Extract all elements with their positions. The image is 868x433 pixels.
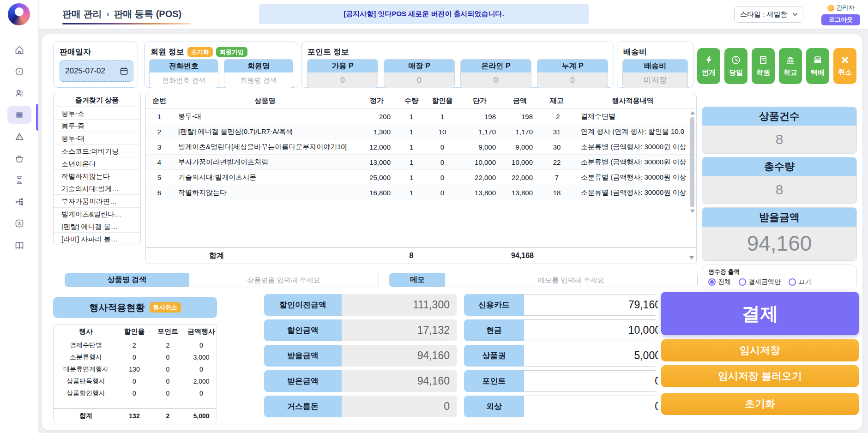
payment-input[interactable] (524, 345, 658, 367)
order-table-header: 순번상품명정가수량할인율단가금액재고행사적용내역 (146, 93, 696, 109)
pos-app: 판매 관리 › 판매 등록 (POS) [공지사항] 잇다POS 새로운 버전이… (0, 0, 868, 433)
favorite-item[interactable]: 봉투-중 (54, 120, 140, 132)
point-field-0: 가용 P0 (307, 59, 378, 88)
total-label: 합계 (182, 248, 251, 264)
style-select[interactable]: 스타일 : 세밀함 (734, 6, 803, 23)
favorite-item[interactable]: 부자가꿈이라면… (54, 195, 140, 207)
favorite-item[interactable]: [라미] 사파리 볼… (54, 233, 140, 245)
payment-input[interactable] (524, 396, 658, 417)
member-reset-button[interactable]: 초기화 (187, 47, 213, 57)
sale-date-title: 판매일자 (54, 42, 138, 57)
radio-icon[interactable] (739, 278, 746, 286)
scroll-down-icon[interactable] (690, 210, 695, 213)
order-row[interactable]: 3빌게이츠&멀린다[세상을바꾸는아름다운부자이야기10]12,000109,00… (146, 139, 696, 155)
promo-status-header: 행사적용현황 행사취소 (53, 297, 217, 318)
action-button-reset[interactable]: 초기화 (661, 393, 859, 415)
sale-date-value: 2025-07-02 (65, 66, 105, 76)
quick-button-close[interactable]: 취소 (833, 48, 856, 84)
sidebar-item-book[interactable] (7, 236, 31, 254)
amount-row-4: 거스름돈0 (264, 396, 457, 417)
quick-button-bank[interactable]: 학교 (779, 48, 802, 84)
sidebar-item-hourglass[interactable] (7, 171, 31, 189)
promo-cancel-button[interactable]: 행사취소 (150, 302, 181, 313)
favorite-item[interactable]: 빌게이츠&멀린다… (54, 208, 140, 220)
sale-date-panel: 판매일자 2025-07-02 (53, 42, 138, 88)
order-row[interactable]: 4부자가꿈이라면빌게이츠처럼13,0001010,00010,00022소분류별… (146, 155, 696, 170)
action-button-temp-load[interactable]: 임시저장 불러오기 (661, 365, 859, 387)
admin-label: 관리자 (837, 4, 855, 12)
sidebar-item-share[interactable] (7, 192, 31, 211)
payment-input[interactable] (524, 294, 658, 316)
target-icon (14, 66, 24, 77)
account-area: 관리자 로그아웃 (821, 4, 861, 25)
receipt-option-0[interactable]: 전체 (708, 278, 731, 286)
action-button-pay[interactable]: 결제 (661, 292, 859, 335)
chevron-down-icon (793, 13, 797, 16)
column-header: 할인율 (118, 327, 151, 336)
memo-input[interactable] (445, 273, 697, 287)
favorite-item[interactable]: 기술의시대:빌게… (54, 182, 140, 195)
favorite-item[interactable]: 소스코드:더비기닝 (54, 145, 140, 157)
order-row[interactable]: 5기술의시대:빌게이츠서문25,0001022,00022,0007소분류별 (… (146, 170, 696, 185)
promo-status-title: 행사적용현황 (90, 301, 145, 314)
sidebar-item-users[interactable] (7, 84, 31, 102)
table-scrollbar[interactable] (690, 111, 695, 220)
order-row[interactable]: 6작별하지않는다16,8001013,80013,80018소분류별 (금액행사… (146, 185, 696, 200)
favorite-item[interactable]: 작별하지않는다 (54, 170, 140, 182)
member-signup-button[interactable]: 회원가입 (216, 47, 247, 57)
sidebar-item-dollar[interactable]: $ (7, 214, 31, 233)
receipt-print-title: 영수증 출력 (708, 268, 850, 276)
column-header: 순번 (146, 96, 173, 105)
quick-button-clock[interactable]: 당일 (724, 48, 747, 84)
triangle-icon (14, 132, 24, 142)
scroll-bottom-icon[interactable] (689, 256, 694, 259)
quick-button-package[interactable]: 택배 (806, 48, 829, 84)
sale-date-input[interactable]: 2025-07-02 (60, 60, 133, 82)
memo-group: 메모 (389, 273, 698, 287)
point-value: 0 (307, 72, 378, 88)
shipping-field: 배송비 미지정 (622, 59, 688, 88)
radio-icon[interactable] (708, 278, 716, 286)
favorite-item[interactable]: 봉투-소 (54, 107, 140, 120)
point-info-panel: 포인트 정보 가용 P0매장 P0온라인 P0누계 P0 (301, 42, 614, 88)
scroll-up-icon[interactable] (690, 111, 695, 114)
share-icon (14, 197, 24, 207)
promo-table-header: 행사할인율포인트금액행사 (54, 325, 217, 339)
order-table-total-row: 합계 8 94,168 (146, 247, 696, 264)
sidebar-item-target[interactable] (7, 62, 31, 81)
scrollbar-thumb[interactable] (690, 117, 694, 207)
member-phone-input[interactable] (150, 72, 218, 88)
action-button-temp-save[interactable]: 임시저장 (661, 339, 859, 361)
point-value: 0 (537, 72, 608, 88)
quick-button-book[interactable]: 학원 (752, 48, 775, 84)
product-search-label: 상품명 검색 (65, 273, 189, 287)
favorite-item[interactable]: [펜탈] 에너겔 볼… (54, 220, 140, 233)
sidebar-item-basket[interactable] (7, 149, 31, 168)
receipt-option-2[interactable]: 끄기 (789, 278, 811, 286)
basket-icon (14, 153, 24, 163)
payment-row-1: 현금 (464, 319, 658, 341)
quick-button-bolt[interactable]: 번개 (697, 48, 720, 84)
sidebar-item-list[interactable] (7, 106, 31, 124)
payment-input[interactable] (524, 319, 658, 341)
favorite-item[interactable]: 봉투-대 (54, 132, 140, 144)
favorites-panel: 즐겨찾기 상품 봉투-소봉투-중봉투-대소스코드:더비기닝소년이온다작별하지않는… (53, 93, 141, 245)
product-search-input[interactable] (189, 273, 379, 287)
order-table: 순번상품명정가수량할인율단가금액재고행사적용내역 1봉투-대2001119819… (145, 93, 697, 264)
notice-banner[interactable]: [공지사항] 잇다POS 새로운 버전이 출시되었습니다. (259, 4, 589, 24)
breadcrumb-section: 판매 관리 (62, 8, 102, 20)
member-name-input[interactable] (224, 72, 293, 88)
sidebar-item-home[interactable] (7, 41, 31, 59)
sidebar-item-triangle[interactable] (7, 127, 31, 146)
logout-button[interactable]: 로그아웃 (821, 14, 860, 25)
favorite-item[interactable]: 소년이온다 (54, 157, 140, 170)
promo-row: 상품단독행사002,000 (54, 375, 217, 387)
payment-input[interactable] (524, 370, 658, 392)
receipt-option-1[interactable]: 결제금액만 (739, 278, 781, 286)
amount-value: 94,160 (342, 370, 457, 392)
radio-icon[interactable] (789, 278, 796, 286)
order-row[interactable]: 2[펜탈] 에너겔 볼펜심(0.7)/LR7-A/흑색1,3001101,170… (146, 124, 696, 139)
order-row[interactable]: 1봉투-대20011198198-2결제수단별 (146, 109, 696, 124)
column-header: 상품명 (173, 96, 357, 105)
column-header: 단가 (458, 96, 501, 105)
